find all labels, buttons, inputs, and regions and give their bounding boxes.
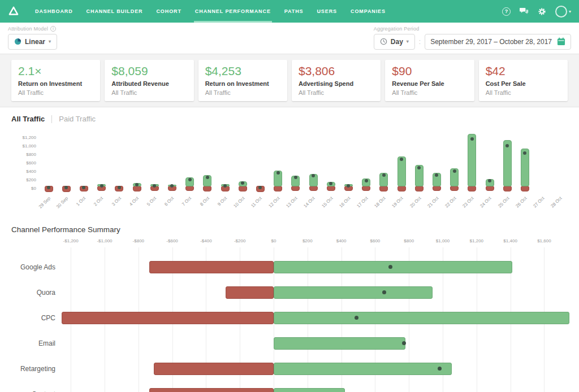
- x-axis-tick-label: -$400: [189, 238, 223, 243]
- revenue-bar[interactable]: [397, 156, 406, 186]
- aggregation-period-dropdown[interactable]: Day ▾: [374, 34, 415, 50]
- x-axis-tick-label: $200: [291, 238, 325, 243]
- spend-bar[interactable]: [203, 186, 211, 191]
- x-axis-tick-label: 30 Sep: [55, 195, 70, 210]
- x-axis-tick-label: $800: [392, 238, 426, 243]
- y-axis-tick-label: $1,000: [11, 143, 36, 149]
- revenue-bar[interactable]: [274, 337, 405, 350]
- chevron-down-icon: ▾: [49, 39, 51, 44]
- roi-marker-dot: [400, 158, 403, 161]
- revenue-bar[interactable]: [468, 134, 476, 186]
- nav-item-cohort[interactable]: COHORT: [149, 0, 188, 23]
- spend-bar[interactable]: [226, 286, 274, 299]
- y-axis-tick-label: $1,200: [11, 135, 36, 140]
- clock-icon: [380, 38, 387, 45]
- spend-bar[interactable]: [309, 186, 318, 191]
- date-range-value: September 29, 2017 – October 28, 2017: [430, 38, 552, 46]
- info-icon[interactable]: i: [50, 26, 56, 32]
- nav-item-companies[interactable]: COMPANIES: [344, 0, 392, 23]
- date-range-picker[interactable]: September 29, 2017 – October 28, 2017: [425, 34, 571, 50]
- x-axis-tick-label: $1,600: [527, 238, 561, 243]
- x-axis-tick-label: 13 Oct: [286, 195, 299, 209]
- nav-item-dashboard[interactable]: DASHBOARD: [28, 0, 80, 23]
- top-nav: DASHBOARDCHANNEL BUILDERCOHORTCHANNEL PE…: [0, 0, 579, 23]
- spend-bar[interactable]: [149, 261, 274, 273]
- revenue-bar[interactable]: [274, 312, 569, 324]
- x-axis-tick-label: 9 Oct: [217, 195, 228, 207]
- tab-all-traffic[interactable]: All Traffic: [11, 115, 45, 123]
- attribution-model-dropdown[interactable]: Linear ▾: [8, 34, 57, 50]
- timeseries-chart: $0$200$400$600$800$1,000$1,20029 Sep30 S…: [11, 126, 568, 217]
- spend-bar[interactable]: [521, 186, 529, 191]
- roi-marker-dot: [388, 265, 392, 269]
- spend-bar[interactable]: [468, 186, 476, 191]
- spend-bar[interactable]: [397, 186, 406, 191]
- revenue-bar[interactable]: [274, 286, 433, 299]
- revenue-bar[interactable]: [274, 261, 512, 273]
- spend-bar[interactable]: [149, 388, 274, 392]
- x-axis-tick-label: 11 Oct: [250, 195, 263, 208]
- spend-bar[interactable]: [362, 186, 370, 191]
- roi-marker-dot: [188, 178, 192, 181]
- roi-marker-dot: [438, 367, 442, 371]
- kpi-value: $42: [486, 65, 561, 77]
- spend-bar[interactable]: [239, 186, 247, 191]
- x-axis-tick-label: 20 Oct: [409, 195, 422, 209]
- spend-bar[interactable]: [133, 186, 141, 191]
- x-axis-tick-label: -$600: [155, 238, 189, 243]
- kpi-title: Attributed Revenue: [111, 80, 187, 87]
- kpi-subtitle: All Traffic: [205, 89, 280, 96]
- traffic-tabs: All TrafficPaid Traffic: [0, 107, 579, 124]
- x-axis-tick-label: 4 Oct: [128, 195, 140, 207]
- chat-icon[interactable]: [520, 7, 529, 15]
- pie-chart-icon: [14, 38, 21, 45]
- section-title: Channel Performance Summary: [11, 225, 568, 234]
- x-axis-tick-label: 24 Oct: [479, 195, 493, 209]
- roi-marker-dot: [223, 184, 227, 188]
- spend-bar[interactable]: [291, 186, 300, 191]
- spend-bar[interactable]: [327, 186, 335, 191]
- tab-paid-traffic[interactable]: Paid Traffic: [59, 115, 96, 123]
- attribution-logo-icon[interactable]: [8, 6, 19, 17]
- x-axis-tick-label: 3 Oct: [111, 195, 123, 207]
- spend-bar[interactable]: [486, 186, 494, 191]
- spend-bar[interactable]: [274, 186, 282, 191]
- x-axis-tick-label: -$1,200: [54, 238, 88, 243]
- nav-item-paths[interactable]: PATHS: [278, 0, 310, 23]
- kpi-value: $8,059: [111, 65, 187, 77]
- nav-item-channel-builder[interactable]: CHANNEL BUILDER: [80, 0, 150, 23]
- revenue-bar[interactable]: [274, 388, 345, 392]
- x-axis-tick-label: $600: [358, 238, 392, 243]
- x-axis-tick-label: 27 Oct: [532, 195, 546, 209]
- x-axis-tick-label: 8 Oct: [199, 195, 211, 207]
- spend-bar[interactable]: [503, 186, 512, 191]
- spend-bar[interactable]: [379, 186, 388, 191]
- tab-divider: [51, 115, 52, 123]
- x-axis-tick-label: 22 Oct: [444, 195, 457, 209]
- y-axis-tick-label: $600: [11, 160, 36, 165]
- gear-icon[interactable]: [538, 7, 546, 16]
- nav-menu: DASHBOARDCHANNEL BUILDERCOHORTCHANNEL PE…: [28, 0, 392, 23]
- kpi-strip: 2.1×Return on InvestmentAll Traffic$8,05…: [0, 54, 579, 107]
- kpi-title: Advertising Spend: [299, 80, 374, 87]
- nav-right: ? ▾: [502, 6, 571, 18]
- nav-item-users[interactable]: USERS: [310, 0, 344, 23]
- spend-bar[interactable]: [154, 363, 274, 375]
- x-axis-tick-label: 6 Oct: [163, 195, 175, 207]
- revenue-bar[interactable]: [274, 363, 452, 375]
- roi-marker-dot: [470, 137, 474, 141]
- roi-marker-dot: [347, 184, 350, 188]
- spend-bar[interactable]: [450, 186, 459, 191]
- spend-bar[interactable]: [415, 186, 424, 191]
- x-axis-tick-label: 7 Oct: [182, 195, 193, 207]
- help-icon[interactable]: ?: [502, 7, 511, 16]
- spend-bar[interactable]: [62, 312, 274, 324]
- user-avatar[interactable]: ▾: [555, 6, 571, 18]
- nav-item-channel-performance[interactable]: CHANNEL PERFORMANCE: [188, 0, 278, 23]
- row-label: Content: [0, 390, 55, 392]
- spend-bar[interactable]: [433, 186, 441, 191]
- x-axis-tick-label: 29 Sep: [38, 195, 52, 210]
- aggregation-period-group: Aggregation Period Day ▾ : September 29,…: [374, 26, 571, 50]
- spend-bar[interactable]: [185, 186, 194, 191]
- roi-marker-dot: [355, 316, 358, 320]
